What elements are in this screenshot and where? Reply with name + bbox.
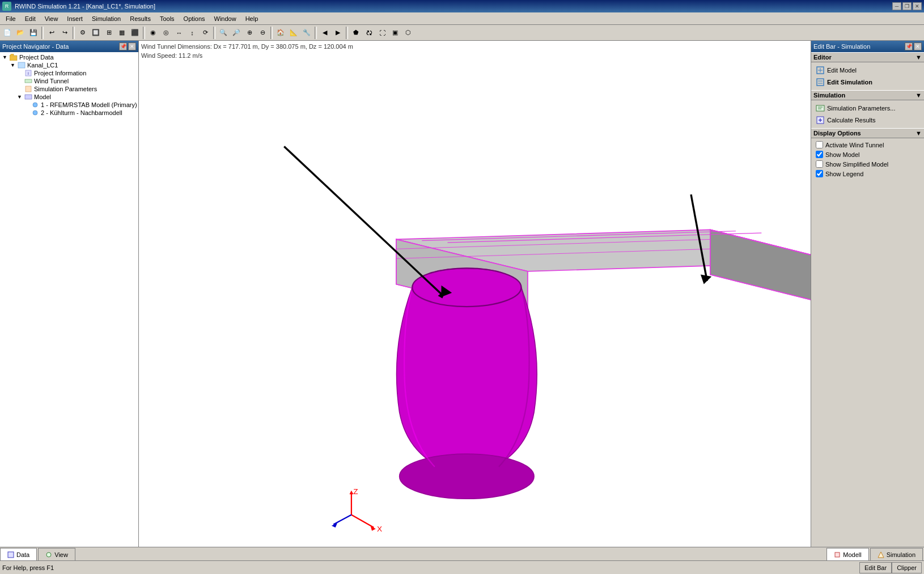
tb-open[interactable]: 📂 bbox=[14, 27, 27, 39]
expand-icon: ▼ bbox=[17, 94, 23, 100]
tb-btn9[interactable]: ◎ bbox=[160, 27, 172, 39]
tb-sep1 bbox=[41, 27, 44, 39]
tb-redo[interactable]: ↪ bbox=[58, 27, 71, 39]
section-arrow2: ▼ bbox=[915, 92, 922, 99]
checkbox-show-model: Show Model bbox=[813, 150, 922, 159]
tab-view[interactable]: View bbox=[38, 548, 75, 560]
tb-btn19[interactable]: 🔧 bbox=[300, 27, 313, 39]
tree-item-sim-params[interactable]: Simulation Parameters bbox=[1, 85, 137, 93]
simulation-icon bbox=[878, 551, 884, 558]
close-button[interactable]: ✕ bbox=[913, 2, 922, 10]
tb-btn20[interactable]: ◀ bbox=[319, 27, 331, 39]
tb-btn5[interactable]: ⊞ bbox=[103, 27, 115, 39]
wind-tunnel-dimensions: Wind Tunnel Dimensions: Dx = 717.701 m, … bbox=[141, 42, 353, 51]
tb-btn11[interactable]: ↕ bbox=[186, 27, 198, 39]
edit-simulation-label: Edit Simulation bbox=[827, 79, 872, 86]
left-panel: Project Navigator - Data 📌 ✕ ▼ Project D… bbox=[0, 41, 139, 547]
tb-btn26[interactable]: ⬡ bbox=[402, 27, 414, 39]
menu-options[interactable]: Options bbox=[179, 13, 210, 24]
tab-simulation[interactable]: Simulation bbox=[870, 548, 923, 560]
menu-simulation[interactable]: Simulation bbox=[87, 13, 125, 24]
calc-results-button[interactable]: Calculate Results bbox=[813, 114, 922, 126]
tb-btn17[interactable]: 🏠 bbox=[274, 27, 287, 39]
tree-item-model[interactable]: ▼ Model bbox=[1, 93, 137, 101]
tree-item-wind-tunnel[interactable]: Wind Tunnel bbox=[1, 77, 137, 85]
tab-modell[interactable]: Modell bbox=[826, 548, 868, 560]
menu-view[interactable]: View bbox=[40, 13, 63, 24]
cooling-tower-group bbox=[397, 268, 537, 499]
menu-bar: File Edit View Insert Simulation Results… bbox=[0, 12, 924, 25]
svg-text:i: i bbox=[28, 71, 29, 76]
menu-file[interactable]: File bbox=[1, 13, 20, 24]
tb-btn6[interactable]: ▦ bbox=[116, 27, 128, 39]
restore-button[interactable]: ❐ bbox=[902, 2, 912, 10]
tb-btn15[interactable]: ⊕ bbox=[243, 27, 256, 39]
tb-btn18[interactable]: 📐 bbox=[287, 27, 300, 39]
checkbox-show-simplified-model: Show Simplified Model bbox=[813, 159, 922, 169]
tb-btn14[interactable]: 🔎 bbox=[230, 27, 243, 39]
tree-item-kühlturm[interactable]: 2 - Kühlturm - Nachbarmodell bbox=[1, 109, 137, 117]
tree-item-project-info[interactable]: i Project Information bbox=[1, 69, 137, 77]
tb-undo[interactable]: ↩ bbox=[45, 27, 58, 39]
tb-save[interactable]: 💾 bbox=[27, 27, 40, 39]
svg-text:Z: Z bbox=[353, 487, 358, 496]
tb-btn16[interactable]: ⊖ bbox=[256, 27, 269, 39]
tab-view-label: View bbox=[54, 551, 68, 558]
activate-wind-tunnel-checkbox[interactable] bbox=[816, 141, 823, 148]
svg-rect-48 bbox=[835, 552, 840, 557]
tb-new[interactable]: 📄 bbox=[1, 27, 14, 39]
right-panel-close[interactable]: ✕ bbox=[914, 42, 922, 50]
menu-edit[interactable]: Edit bbox=[20, 13, 40, 24]
simulation-section-header: Simulation ▼ bbox=[811, 90, 924, 100]
panel-pin-button[interactable]: 📌 bbox=[119, 42, 127, 50]
toolbar: 📄 📂 💾 ↩ ↪ ⚙ 🔲 ⊞ ▦ ⬛ ◉ ◎ ↔ ↕ ⟳ 🔍 🔎 ⊕ ⊖ 🏠 … bbox=[0, 25, 924, 41]
svg-rect-0 bbox=[10, 56, 17, 61]
show-model-checkbox[interactable] bbox=[816, 151, 823, 158]
edit-simulation-button[interactable]: Edit Simulation bbox=[813, 76, 922, 88]
activate-wind-tunnel-label: Activate Wind Tunnel bbox=[825, 142, 884, 148]
menu-insert[interactable]: Insert bbox=[62, 13, 87, 24]
tb-btn13[interactable]: 🔍 bbox=[217, 27, 230, 39]
tree-item-kanal[interactable]: ▼ Kanal_LC1 bbox=[1, 61, 137, 69]
viewport-info: Wind Tunnel Dimensions: Dx = 717.701 m, … bbox=[141, 42, 353, 60]
show-legend-checkbox[interactable] bbox=[816, 170, 823, 177]
sim-params-button[interactable]: Simulation Parameters... bbox=[813, 103, 922, 114]
menu-window[interactable]: Window bbox=[210, 13, 241, 24]
tb-btn3[interactable]: ⚙ bbox=[77, 27, 89, 39]
edit-model-button[interactable]: Edit Model bbox=[813, 65, 922, 76]
minimize-button[interactable]: ─ bbox=[892, 2, 901, 10]
menu-results[interactable]: Results bbox=[125, 13, 155, 24]
tb-btn24[interactable]: ⛶ bbox=[376, 27, 388, 39]
tb-btn10[interactable]: ↔ bbox=[173, 27, 185, 39]
edit-bar-button[interactable]: Edit Bar bbox=[859, 562, 892, 573]
view-icon bbox=[45, 551, 52, 558]
svg-rect-6 bbox=[25, 95, 32, 99]
viewport[interactable]: Wind Tunnel Dimensions: Dx = 717.701 m, … bbox=[139, 41, 811, 547]
svg-rect-5 bbox=[26, 86, 31, 92]
tb-btn12[interactable]: ⟳ bbox=[199, 27, 211, 39]
panel-close-button[interactable]: ✕ bbox=[128, 42, 136, 50]
right-panel-pin[interactable]: 📌 bbox=[905, 42, 913, 50]
tree-item-rfem[interactable]: 1 - RFEM/RSTAB Modell (Primary) bbox=[1, 101, 137, 109]
clipper-button[interactable]: Clipper bbox=[892, 562, 922, 573]
menu-tools[interactable]: Tools bbox=[155, 13, 179, 24]
tb-btn22[interactable]: ⬟ bbox=[350, 27, 362, 39]
tree-item-project-data[interactable]: ▼ Project Data bbox=[1, 53, 137, 61]
checkbox-show-legend: Show Legend bbox=[813, 169, 922, 178]
tb-btn8[interactable]: ◉ bbox=[147, 27, 159, 39]
tb-sep3 bbox=[143, 27, 145, 39]
tb-btn23[interactable]: 🗘 bbox=[363, 27, 375, 39]
display-options-content: Activate Wind Tunnel Show Model Show Sim… bbox=[811, 138, 924, 180]
tb-btn7[interactable]: ⬛ bbox=[129, 27, 141, 39]
show-simplified-model-checkbox[interactable] bbox=[816, 160, 823, 168]
menu-help[interactable]: Help bbox=[241, 13, 263, 24]
tb-btn21[interactable]: ▶ bbox=[332, 27, 344, 39]
clipper-label: Clipper bbox=[897, 564, 917, 571]
tb-btn25[interactable]: ▣ bbox=[389, 27, 401, 39]
tb-btn4[interactable]: 🔲 bbox=[90, 27, 102, 39]
tree-label: Wind Tunnel bbox=[34, 78, 69, 84]
tab-data[interactable]: Data bbox=[0, 548, 37, 560]
svg-point-47 bbox=[46, 552, 51, 557]
tb-sep2 bbox=[73, 27, 75, 39]
tb-sep7 bbox=[346, 27, 348, 39]
